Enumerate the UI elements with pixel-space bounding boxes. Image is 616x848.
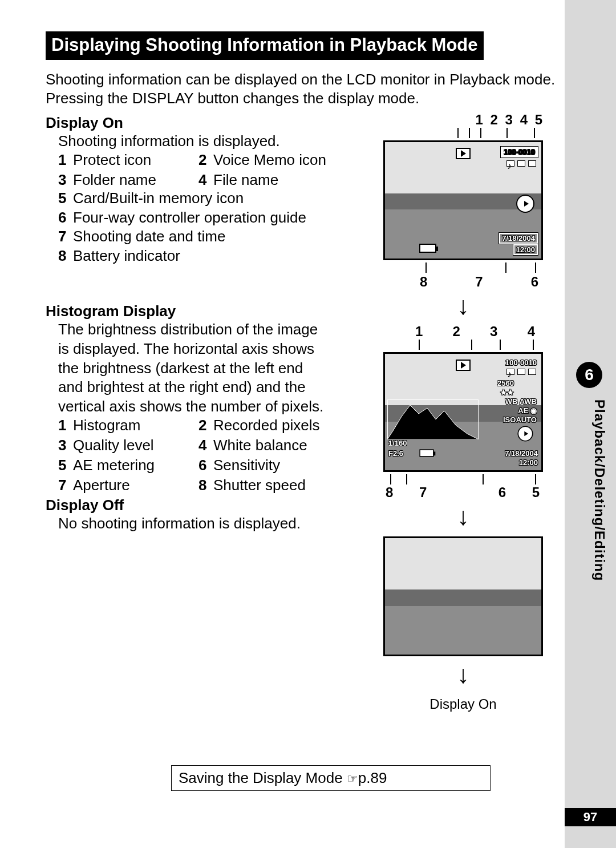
arrow-down-icon: ↓ [457, 664, 469, 684]
voice-memo-icon: ♪ [506, 369, 514, 375]
battery-icon [419, 244, 436, 253]
lcd-histogram: 100-0010 ♪ 2560 ★★ WB AWB AE ◉ ISOAUTO 1… [383, 352, 543, 472]
legend-item: AE metering [73, 457, 198, 474]
fourway-guide-icon [516, 195, 534, 213]
histogram-graph [387, 399, 479, 439]
legend-item: Histogram [73, 417, 198, 434]
legend-item: Quality level [73, 437, 198, 454]
playback-icon [456, 360, 471, 371]
shutter-label: 1/160 [388, 439, 407, 447]
cycle-back-label: Display On [429, 696, 496, 712]
battery-icon [419, 449, 434, 457]
iso-row: ISOAUTO [503, 415, 537, 424]
aperture-label: F2.6 [388, 449, 403, 458]
legend-item: Folder name [73, 171, 198, 189]
memo-protect-card-icons: ♪ [506, 160, 537, 167]
date-label: 7/18/2004 [505, 449, 538, 458]
callouts-bot-2: 8 7 6 5 [383, 484, 543, 500]
quality-stars: ★★ [500, 388, 514, 397]
voice-memo-icon: ♪ [506, 160, 514, 167]
side-tab [565, 0, 616, 848]
pixels-label: 2560 [497, 379, 514, 387]
playback-icon [456, 148, 471, 159]
legend-item: Sensitivity [213, 457, 339, 474]
page-title: Displaying Shooting Information in Playb… [46, 31, 484, 60]
page-number: 97 [565, 808, 616, 826]
date-label: 7/18/2004 [499, 233, 538, 244]
arrow-down-icon: ↓ [457, 506, 469, 526]
folder-file-label: 100-0010 [501, 147, 538, 158]
time-label: 12:00 [513, 244, 538, 255]
folder-file-label: 100-0010 [505, 358, 537, 367]
callouts-top-2: 1 2 3 4 [383, 324, 543, 340]
legend-item: White balance [213, 437, 339, 454]
legend-item: Shutter speed [213, 477, 339, 494]
pointer-icon: ☞ [347, 772, 358, 786]
chapter-title-vertical: Playback/Deleting/Editing [591, 399, 607, 581]
lcd-display-off [383, 536, 543, 656]
time-label: 12:00 [519, 458, 538, 467]
wb-row: WB AWB [505, 397, 537, 406]
legend-item: Protect icon [73, 151, 198, 169]
card-icon [528, 369, 536, 375]
callouts-top-1: 1 2 3 4 5 [476, 112, 548, 128]
protect-icon [517, 369, 525, 375]
ae-row: AE ◉ [518, 406, 537, 415]
callouts-bot-1: 8 7 6 [383, 273, 543, 290]
cross-reference-box: Saving the Display Mode ☞p.89 [171, 765, 491, 791]
arrow-down-icon: ↓ [457, 296, 469, 316]
card-icon [528, 160, 536, 167]
figure-stack: 1 2 3 4 5 100-0010 ♪ 7/18/2004 12:00 [379, 112, 548, 712]
legend-item: Recorded pixels [213, 417, 339, 434]
memo-protect-card-icons: ♪ [506, 369, 537, 375]
legend-item: File name [213, 171, 339, 189]
legend-item: Voice Memo icon [213, 151, 339, 169]
fourway-guide-icon [517, 426, 533, 442]
legend-item: Aperture [73, 477, 198, 494]
histogram-desc: The brightness distribution of the image… [46, 320, 331, 417]
chapter-number-badge: 6 [576, 362, 602, 388]
lcd-display-on: 100-0010 ♪ 7/18/2004 12:00 [383, 140, 543, 260]
intro-paragraph: Shooting information can be displayed on… [46, 70, 559, 107]
protect-icon [517, 160, 525, 167]
